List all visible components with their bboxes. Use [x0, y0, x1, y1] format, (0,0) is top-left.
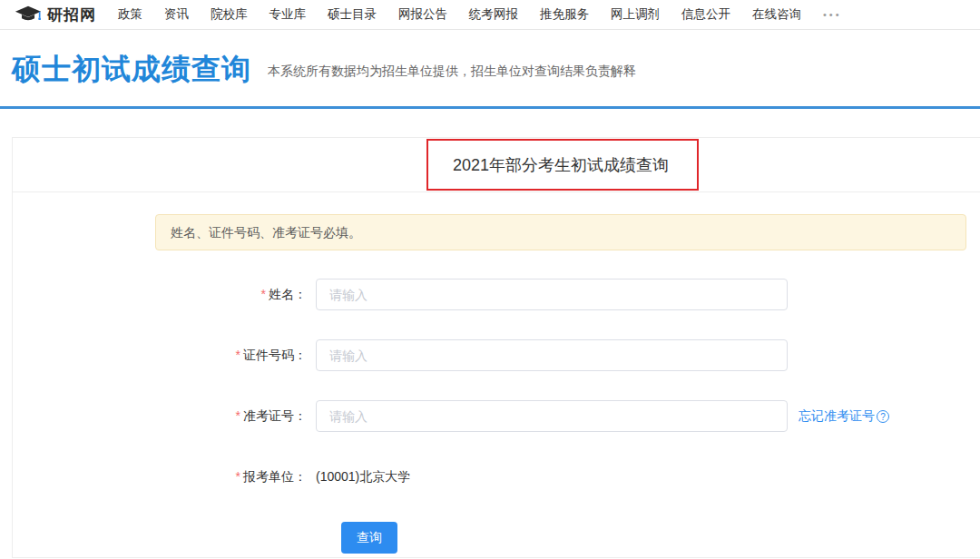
nav-item-policy[interactable]: 政策 [114, 6, 146, 23]
name-input[interactable] [316, 279, 788, 310]
nav-item-online-consult[interactable]: 在线咨询 [749, 6, 805, 23]
form-row-target-institution: *报考单位： (10001)北京大学 [13, 461, 980, 493]
required-asterisk: * [236, 348, 240, 362]
logo-text: 研招网 [47, 5, 96, 25]
site-logo[interactable]: 研招网 [15, 5, 96, 25]
nav-item-news[interactable]: 资讯 [161, 6, 192, 23]
submit-row: 查询 [13, 522, 980, 554]
forgot-admission-ticket-link[interactable]: 忘记准考证号? [799, 408, 889, 425]
query-form: *姓名： *证件号码： *准考证号： 忘记准考证号? *报考单位： (10001… [13, 279, 980, 554]
query-button[interactable]: 查询 [341, 522, 397, 554]
nav-item-online-adjustment[interactable]: 网上调剂 [607, 6, 663, 23]
nav-menu: 政策 资讯 院校库 专业库 硕士目录 网报公告 统考网报 推免服务 网上调剂 信… [114, 6, 846, 23]
nav-item-unified-exam-registration[interactable]: 统考网报 [466, 6, 522, 23]
nav-item-registration-notice[interactable]: 网报公告 [395, 6, 451, 23]
panel-title: 2021年部分考生初试成绩查询 [13, 138, 980, 192]
nav-item-masters-catalog[interactable]: 硕士目录 [324, 6, 380, 23]
nav-item-college-library[interactable]: 院校库 [207, 6, 251, 23]
admission-ticket-field-label: *准考证号： [13, 408, 307, 425]
required-asterisk: * [236, 469, 240, 484]
page-header: 硕士初试成绩查询 本系统所有数据均为招生单位提供，招生单位对查询结果负责解释 [0, 30, 980, 106]
form-row-id-number: *证件号码： [13, 339, 980, 371]
required-asterisk: * [236, 408, 240, 423]
top-navigation: 研招网 政策 资讯 院校库 专业库 硕士目录 网报公告 统考网报 推免服务 网上… [0, 0, 980, 30]
form-row-name: *姓名： [13, 279, 980, 310]
page-title: 硕士初试成绩查询 [12, 54, 251, 83]
nav-item-major-library[interactable]: 专业库 [266, 6, 310, 23]
form-row-admission-ticket: *准考证号： 忘记准考证号? [13, 400, 980, 432]
target-institution-field-label: *报考单位： [13, 469, 307, 485]
help-circle-icon: ? [877, 410, 889, 423]
nav-item-info-disclosure[interactable]: 信息公开 [678, 6, 734, 23]
id-number-input[interactable] [316, 339, 788, 371]
nav-item-exempt-service[interactable]: 推免服务 [536, 6, 593, 23]
blue-divider [0, 106, 980, 109]
id-number-field-label: *证件号码： [13, 348, 307, 364]
admission-ticket-input[interactable] [316, 400, 788, 432]
page-subtitle: 本系统所有数据均为招生单位提供，招生单位对查询结果负责解释 [268, 64, 636, 80]
required-fields-notice: 姓名、证件号码、准考证号必填。 [155, 214, 966, 250]
score-query-panel: 2021年部分考生初试成绩查询 姓名、证件号码、准考证号必填。 *姓名： *证件… [12, 137, 980, 558]
target-institution-value: (10001)北京大学 [316, 469, 410, 485]
graduation-cap-icon [15, 5, 47, 25]
nav-more-ellipsis[interactable]: ••• [819, 9, 846, 20]
required-asterisk: * [261, 287, 266, 301]
name-field-label: *姓名： [13, 287, 307, 303]
